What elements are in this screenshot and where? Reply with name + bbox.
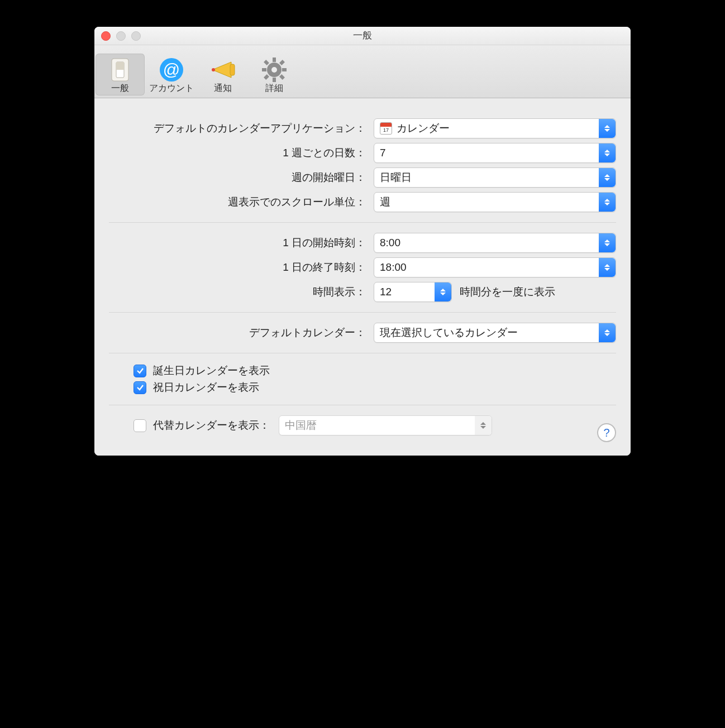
popup-hours-show-value: 12	[380, 286, 392, 298]
help-icon: ?	[603, 427, 609, 439]
tab-advanced-label: 詳細	[250, 83, 299, 94]
popup-day-start-value: 8:00	[380, 237, 400, 249]
window-title: 一般	[353, 30, 372, 41]
popup-default-app-value: カレンダー	[397, 121, 450, 136]
prefs-toolbar: 一般 @ アカウント 通知	[94, 45, 631, 98]
tab-general[interactable]: 一般	[96, 54, 145, 95]
popup-alt-calendar: 中国暦	[279, 415, 492, 435]
label-day-start: 1 日の開始時刻：	[109, 236, 374, 250]
label-hours-show: 時間表示：	[109, 285, 374, 299]
svg-rect-15	[279, 60, 285, 65]
stepper-icon	[435, 282, 451, 301]
popup-default-app[interactable]: カレンダー	[374, 118, 616, 138]
popup-days-per-week[interactable]: 7	[374, 143, 616, 163]
label-hours-suffix: 時間分を一度に表示	[460, 285, 555, 299]
svg-point-7	[212, 68, 215, 71]
popup-start-weekday-value: 日曜日	[380, 170, 412, 185]
separator	[109, 312, 616, 313]
zoom-window-button[interactable]	[131, 31, 141, 41]
popup-day-start[interactable]: 8:00	[374, 233, 616, 253]
minimize-window-button[interactable]	[116, 31, 126, 41]
label-show-holiday: 祝日カレンダーを表示	[153, 380, 259, 395]
popup-default-calendar-value: 現在選択しているカレンダー	[380, 325, 518, 340]
svg-rect-11	[273, 78, 276, 82]
stepper-icon	[599, 258, 616, 277]
popup-default-calendar[interactable]: 現在選択しているカレンダー	[374, 323, 616, 343]
stepper-icon	[599, 143, 616, 162]
svg-rect-16	[264, 74, 269, 80]
tab-alerts-label: 通知	[198, 83, 247, 94]
stepper-icon	[599, 233, 616, 252]
popup-alt-calendar-value: 中国暦	[285, 418, 317, 433]
popup-day-end-value: 18:00	[380, 261, 407, 274]
stepper-icon	[599, 193, 616, 212]
label-start-weekday: 週の開始曜日：	[109, 170, 374, 185]
label-default-calendar: デフォルトカレンダー：	[109, 325, 374, 340]
svg-rect-14	[264, 60, 269, 65]
switch-icon	[96, 57, 145, 83]
check-icon	[136, 367, 144, 375]
svg-rect-13	[282, 68, 287, 71]
svg-rect-17	[279, 74, 285, 80]
popup-start-weekday[interactable]: 日曜日	[374, 167, 616, 188]
checkbox-alt-calendar[interactable]	[133, 419, 146, 432]
label-alt-calendar: 代替カレンダーを表示：	[153, 418, 270, 433]
prefs-content: デフォルトのカレンダーアプリケーション： カレンダー 1 週ごとの日数： 7 週…	[94, 98, 631, 456]
check-icon	[136, 384, 144, 391]
stepper-icon	[475, 416, 492, 435]
at-sign-icon: @	[147, 57, 196, 83]
calendar-app-icon	[380, 122, 392, 135]
popup-days-per-week-value: 7	[380, 147, 386, 159]
preferences-window: 一般 一般 @ アカウント	[94, 27, 631, 456]
svg-rect-12	[262, 68, 266, 71]
separator	[109, 405, 616, 405]
label-scroll-unit: 週表示でのスクロール単位：	[109, 195, 374, 209]
tab-accounts-label: アカウント	[147, 83, 196, 94]
traffic-lights	[101, 31, 141, 41]
popup-day-end[interactable]: 18:00	[374, 257, 616, 277]
svg-text:@: @	[163, 60, 180, 79]
tab-advanced[interactable]: 詳細	[250, 54, 299, 95]
close-window-button[interactable]	[101, 31, 111, 41]
popup-scroll-unit-value: 週	[380, 195, 390, 209]
stepper-icon	[599, 119, 616, 138]
checkbox-show-holiday[interactable]	[133, 381, 146, 394]
svg-rect-6	[230, 64, 235, 75]
label-default-app: デフォルトのカレンダーアプリケーション：	[109, 121, 374, 136]
svg-point-9	[271, 67, 277, 73]
stepper-icon	[599, 168, 616, 187]
separator	[109, 353, 616, 353]
help-button[interactable]: ?	[597, 423, 616, 442]
gear-icon	[250, 57, 299, 83]
megaphone-icon	[198, 57, 247, 83]
tab-accounts[interactable]: @ アカウント	[147, 54, 196, 95]
label-day-end: 1 日の終了時刻：	[109, 260, 374, 275]
popup-scroll-unit[interactable]: 週	[374, 192, 616, 212]
tab-alerts[interactable]: 通知	[198, 54, 247, 95]
svg-rect-2	[116, 62, 124, 70]
checkbox-show-birthday[interactable]	[133, 365, 146, 377]
label-show-birthday: 誕生日カレンダーを表示	[153, 363, 270, 378]
label-days-per-week: 1 週ごとの日数：	[109, 146, 374, 160]
titlebar: 一般	[94, 27, 631, 45]
stepper-icon	[599, 323, 616, 342]
tab-general-label: 一般	[96, 83, 145, 94]
svg-marker-5	[212, 62, 231, 78]
separator	[109, 222, 616, 223]
popup-hours-show[interactable]: 12	[374, 282, 452, 302]
svg-rect-10	[273, 58, 276, 62]
